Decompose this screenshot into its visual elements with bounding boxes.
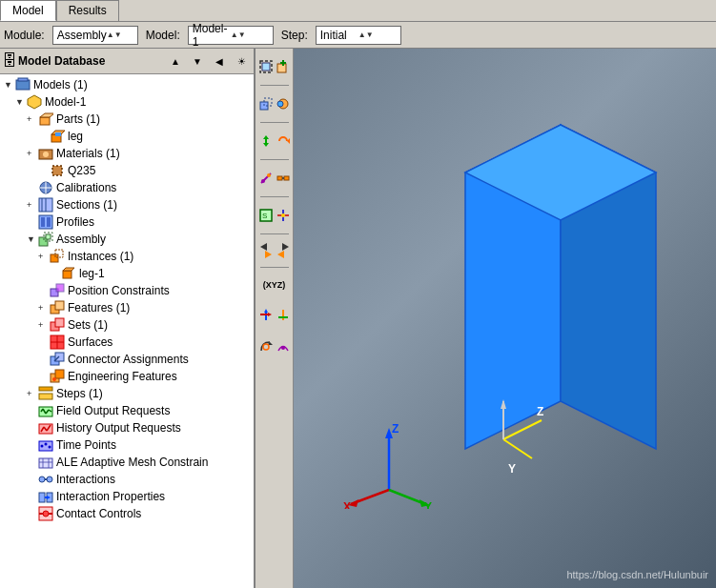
expand-icon-sets[interactable]: +	[38, 320, 50, 330]
node-icon-instances	[50, 249, 65, 264]
instance-icon[interactable]	[257, 90, 274, 118]
translate-icon[interactable]	[257, 127, 274, 155]
expand-icon-model1[interactable]: ▼	[15, 97, 27, 107]
node-label-contact_controls: Contact Controls	[56, 507, 141, 520]
xyz-triad-icon[interactable]: (XYZ)	[258, 272, 291, 298]
svg-rect-7	[55, 132, 61, 136]
node-label-assembly: Assembly	[56, 233, 106, 246]
svg-point-54	[41, 445, 44, 448]
tree-item-features[interactable]: +Features (1)	[0, 299, 254, 316]
merge-icon[interactable]	[275, 90, 291, 118]
create-part-icon[interactable]	[275, 52, 291, 81]
module-dropdown[interactable]: Assembly ▲▼	[52, 26, 138, 45]
expand-icon-sections[interactable]: +	[27, 200, 38, 210]
svg-point-61	[39, 476, 45, 482]
tree-item-position[interactable]: Position Constraints	[0, 282, 254, 299]
xyz-label: (XYZ)	[263, 280, 286, 290]
expand-icon-assembly[interactable]: ▼	[27, 234, 38, 244]
flip-icon[interactable]	[275, 333, 291, 361]
right-toolbar: S (XYZ)	[256, 49, 294, 588]
tree-item-ale_mesh[interactable]: ALE Adaptive Mesh Constrain	[0, 454, 254, 471]
step-dropdown[interactable]: Initial ▲▼	[316, 26, 401, 45]
tree-item-calibrations[interactable]: Calibrations	[0, 179, 254, 196]
expand-icon-instances[interactable]: +	[38, 252, 50, 261]
tree-item-steps[interactable]: +Steps (1)	[0, 385, 254, 402]
svg-point-105	[263, 344, 269, 350]
tree-item-eng_features[interactable]: Engineering Features	[0, 368, 254, 385]
tree-item-model1[interactable]: ▼Model-1	[0, 93, 254, 111]
node-icon-q235	[50, 163, 65, 178]
tree-item-sections[interactable]: +Sections (1)	[0, 196, 254, 213]
datum-icon[interactable]	[275, 201, 291, 230]
node-icon-connector_assign	[50, 352, 65, 367]
coupling-icon[interactable]	[275, 164, 291, 193]
tab-results[interactable]: Results	[56, 0, 119, 21]
tree-item-parts[interactable]: +Parts (1)	[0, 111, 254, 128]
tree-item-connector_assign[interactable]: Connector Assignments	[0, 351, 254, 368]
constraint-icon[interactable]	[257, 164, 274, 193]
tree-item-sets[interactable]: +Sets (1)	[0, 316, 254, 334]
svg-rect-30	[55, 301, 64, 310]
rotate-icon[interactable]	[275, 127, 291, 155]
select-right-icon[interactable]	[275, 238, 291, 263]
rotate2-icon[interactable]	[257, 333, 274, 361]
node-icon-ale_mesh	[38, 455, 53, 470]
svg-point-62	[47, 476, 52, 482]
node-icon-calibrations	[38, 180, 53, 195]
expand-icon-features[interactable]: +	[38, 303, 50, 313]
tree-item-field_output[interactable]: Field Output Requests	[0, 402, 254, 419]
tb-collapse-icon[interactable]: ◀	[209, 51, 230, 71]
node-label-history_output: History Output Requests	[56, 421, 181, 435]
viewport[interactable]: S (XYZ)	[256, 49, 716, 588]
node-label-sections: Sections (1)	[56, 198, 117, 212]
toolbar-row-6	[257, 238, 291, 263]
node-icon-interaction_props	[38, 489, 53, 504]
node-label-profiles: Profiles	[56, 215, 94, 229]
svg-rect-72	[262, 63, 270, 71]
tb-settings-icon[interactable]: ☀	[231, 51, 252, 71]
set-icon[interactable]: S	[257, 201, 274, 230]
expand-icon-materials[interactable]: +	[27, 149, 38, 158]
tree-item-leg[interactable]: leg	[0, 128, 254, 145]
node-icon-model1	[27, 94, 42, 110]
select-part-icon[interactable]	[257, 52, 274, 81]
divider-2	[260, 122, 289, 123]
expand-icon-models[interactable]: ▼	[4, 80, 15, 90]
tree-item-profiles[interactable]: Profiles	[0, 213, 254, 231]
tree-item-interactions[interactable]: Interactions	[0, 471, 254, 488]
tree-item-q235[interactable]: Q235	[0, 162, 254, 179]
tree-item-assembly[interactable]: ▼Assembly	[0, 231, 254, 248]
expand-icon-parts[interactable]: +	[27, 114, 38, 124]
svg-point-85	[267, 173, 271, 177]
svg-rect-73	[277, 64, 286, 72]
tree-item-models[interactable]: ▼Models (1)	[0, 76, 254, 93]
toolbar-row-7	[257, 300, 291, 329]
select-left-icon[interactable]	[257, 238, 274, 263]
tree-item-materials[interactable]: +Materials (1)	[0, 145, 254, 162]
node-label-surfaces: Surfaces	[68, 335, 113, 349]
tree-item-time_points[interactable]: Time Points	[0, 436, 254, 454]
node-label-interaction_props: Interaction Properties	[56, 490, 165, 503]
tree-item-instances[interactable]: +Instances (1)	[0, 248, 254, 265]
tree-item-leg1[interactable]: leg-1	[0, 265, 254, 282]
svg-rect-86	[277, 176, 282, 180]
toolbar-row-3	[257, 127, 291, 155]
node-label-leg: leg	[68, 130, 83, 143]
svg-marker-4	[40, 113, 53, 117]
tree-item-interaction_props[interactable]: Interaction Properties	[0, 488, 254, 505]
divider-6	[260, 267, 289, 268]
axis2-icon[interactable]	[275, 300, 291, 329]
tree-item-surfaces[interactable]: Surfaces	[0, 334, 254, 351]
expand-icon-steps[interactable]: +	[27, 389, 38, 398]
model-dropdown[interactable]: Model-1 ▲▼	[188, 26, 274, 45]
tb-up-icon[interactable]: ▲	[165, 51, 186, 71]
svg-point-9	[43, 152, 49, 157]
svg-rect-22	[46, 234, 51, 239]
svg-rect-32	[55, 318, 64, 327]
tree-item-contact_controls[interactable]: Contact Controls	[0, 505, 254, 522]
tab-model[interactable]: Model	[0, 0, 56, 21]
axis-icon[interactable]	[257, 300, 274, 329]
tb-down-icon[interactable]: ▼	[187, 51, 208, 71]
svg-point-70	[43, 511, 49, 517]
tree-item-history_output[interactable]: History Output Requests	[0, 419, 254, 436]
